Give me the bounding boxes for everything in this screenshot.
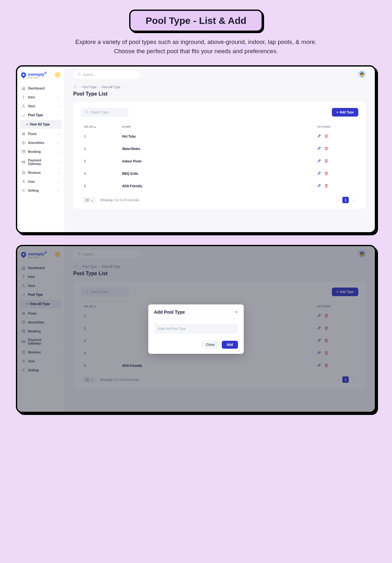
breadcrumb-view-all[interactable]: View All Type [102, 85, 120, 89]
breadcrumb: › Pool Type › View All Type [73, 264, 366, 269]
row-name: BBQ Grills [122, 172, 317, 175]
user-icon [22, 359, 25, 363]
records-text: Showing 1 to 5 of 5 records [100, 198, 139, 202]
sidebar-item-user[interactable]: User⌄ [17, 357, 64, 366]
pool-type-input[interactable] [154, 324, 238, 334]
trash-icon[interactable] [324, 159, 328, 164]
pager-page-1[interactable]: 1 [342, 197, 349, 203]
sidebar: swimply®Book a Pool ← DashboardIntro⌄Hos… [17, 67, 64, 232]
pool-type-table: SR.NO▴ NAME ACTIONS 1Hot Tubs2WaterSlide… [81, 123, 358, 192]
sidebar-item-intro[interactable]: Intro⌄ [17, 272, 64, 281]
chevron-down-icon: ⌄ [58, 132, 60, 135]
pool-icon [73, 264, 78, 269]
chevron-down-icon: ⌄ [58, 141, 60, 144]
breadcrumb-pool-type[interactable]: Pool Type [82, 85, 96, 89]
edit-icon[interactable] [317, 171, 321, 176]
edit-icon[interactable] [317, 326, 321, 331]
sidebar-item-dashboard[interactable]: Dashboard [17, 263, 64, 272]
sidebar-item-host[interactable]: Host⌄ [17, 281, 64, 290]
table-row: 4BBQ Grills [81, 167, 358, 180]
sidebar-item-pools[interactable]: Pools⌄ [17, 309, 64, 318]
sidebar-item-amentities[interactable]: Amentities⌄ [17, 318, 64, 327]
pager-page-1[interactable]: 1 [342, 376, 349, 383]
chevron-down-icon: ⌄ [58, 275, 60, 278]
modal-close-action[interactable]: Close [201, 341, 219, 349]
trash-icon[interactable] [324, 134, 328, 139]
sidebar-item-label: Dashboard [28, 87, 45, 90]
sidebar-item-payment-gateway[interactable]: Payment Gateway⌄ [17, 336, 64, 348]
row-srno: 5 [84, 184, 122, 188]
sidebar-item-pools[interactable]: Pools⌄ [17, 129, 64, 138]
sidebar-item-setting[interactable]: Setting⌄ [17, 186, 64, 195]
pager-prev[interactable]: ‹ [335, 197, 341, 203]
row-actions [317, 184, 355, 189]
sidebar-item-intro[interactable]: Intro⌄ [17, 93, 64, 102]
page-subtitle: Explore a variety of pool types such as … [72, 38, 320, 56]
edit-icon[interactable] [317, 363, 321, 368]
table-row: 2WaterSlides [81, 143, 358, 155]
modal-add-action[interactable]: Add [222, 341, 238, 349]
perpage-select[interactable]: 10 ⌄ [83, 377, 96, 383]
col-srno[interactable]: SR.NO▴ [84, 125, 122, 128]
add-type-button[interactable]: + Add Type [332, 108, 358, 117]
sidebar-item-dashboard[interactable]: Dashboard [17, 84, 64, 93]
trash-icon[interactable] [324, 171, 328, 176]
edit-icon[interactable] [317, 146, 321, 151]
chevron-up-icon: ⌃ [58, 293, 60, 296]
avatar[interactable]: 🧑‍💼 [358, 71, 366, 79]
global-search[interactable]: Search... [73, 250, 140, 259]
sidebar-item-host[interactable]: Host⌄ [17, 102, 64, 110]
svg-line-28 [80, 255, 81, 255]
network-icon [22, 284, 25, 288]
pager-next[interactable]: › [350, 376, 356, 383]
trash-icon[interactable] [324, 363, 328, 368]
modal-close-button[interactable]: ✕ [235, 310, 238, 314]
breadcrumb-view-all[interactable]: View All Type [102, 265, 120, 268]
edit-icon[interactable] [317, 339, 321, 343]
pager-prev[interactable]: ‹ [335, 376, 341, 383]
sidebar-subitem-view-all-type[interactable]: View All Type [20, 300, 62, 308]
add-type-button[interactable]: + Add Type [332, 288, 358, 296]
sidebar-item-reviews[interactable]: Reviews⌄ [17, 348, 64, 357]
trash-icon[interactable] [324, 339, 328, 343]
gear-icon [22, 368, 25, 372]
sidebar-item-reviews[interactable]: Reviews⌄ [17, 168, 64, 177]
col-srno[interactable]: SR.NO▴ [84, 305, 122, 308]
avatar[interactable]: 🧑‍💼 [358, 250, 366, 259]
global-search[interactable]: Search... [73, 70, 140, 79]
sidebar-item-user[interactable]: User⌄ [17, 177, 64, 186]
sidebar-collapse-button[interactable]: ← [55, 252, 60, 257]
edit-icon[interactable] [317, 184, 321, 189]
trash-icon[interactable] [324, 184, 328, 189]
edit-icon[interactable] [317, 351, 321, 356]
pool-icon [22, 113, 25, 117]
pager-next[interactable]: › [350, 197, 356, 203]
breadcrumb-pool-type[interactable]: Pool Type [82, 265, 96, 268]
sidebar-item-setting[interactable]: Setting⌄ [17, 366, 64, 374]
sidebar-collapse-button[interactable]: ← [55, 72, 60, 78]
edit-icon[interactable] [317, 134, 321, 139]
chevron-down-icon: ⌄ [58, 369, 60, 372]
col-name[interactable]: NAME [122, 125, 317, 128]
trash-icon[interactable] [324, 326, 328, 331]
sidebar-item-label: Pool Type [28, 293, 43, 296]
trash-icon[interactable] [324, 351, 328, 356]
table-search[interactable]: Search Type [81, 108, 129, 117]
table-search[interactable]: Search Type [81, 287, 129, 296]
svg-point-9 [23, 180, 24, 182]
sidebar-item-payment-gateway[interactable]: Payment Gateway⌄ [17, 156, 64, 168]
sidebar-item-pool-type[interactable]: Pool Type⌃ [17, 110, 64, 119]
edit-icon[interactable] [317, 159, 321, 164]
trash-icon[interactable] [324, 314, 328, 318]
trash-icon[interactable] [324, 146, 328, 151]
sidebar-item-booking[interactable]: Booking⌄ [17, 147, 64, 156]
perpage-select[interactable]: 10 ⌄ [83, 197, 96, 203]
global-search-placeholder: Search... [83, 253, 96, 256]
sidebar-item-amentities[interactable]: Amentities⌄ [17, 138, 64, 147]
row-actions [317, 314, 355, 318]
sidebar-item-booking[interactable]: Booking⌄ [17, 327, 64, 336]
edit-icon[interactable] [317, 314, 321, 318]
sidebar-item-pool-type[interactable]: Pool Type⌃ [17, 290, 64, 299]
sidebar-subitem-view-all-type[interactable]: View All Type [20, 120, 62, 129]
table-header: SR.NO▴ NAME ACTIONS [81, 123, 358, 130]
